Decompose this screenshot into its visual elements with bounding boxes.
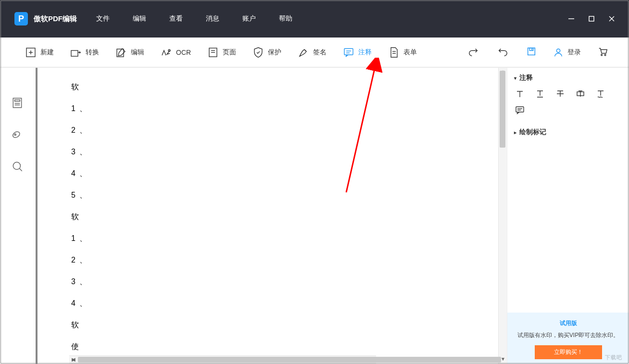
close-button[interactable] (608, 15, 616, 23)
bookmark-icon[interactable] (11, 128, 24, 143)
document-line: 软 (71, 212, 498, 222)
app-logo: P (14, 12, 28, 25)
login-label: 登录 (567, 48, 581, 57)
hscroll-thumb[interactable] (78, 357, 501, 363)
save-button[interactable] (524, 44, 539, 60)
undo-button[interactable] (495, 44, 510, 60)
menu-account[interactable]: 账户 (242, 14, 256, 23)
minimize-button[interactable] (567, 15, 575, 23)
svg-point-23 (604, 54, 606, 56)
document-line: 软 (71, 320, 498, 330)
tool-form[interactable]: 表单 (387, 44, 418, 61)
left-rail (0, 68, 35, 364)
document-line: 2 、 (71, 126, 498, 136)
tool-edit-label: 编辑 (131, 48, 144, 57)
svg-rect-18 (528, 48, 535, 55)
note-icon[interactable] (515, 109, 525, 116)
svg-rect-19 (529, 48, 533, 51)
tool-convert[interactable]: 转换 (69, 44, 100, 61)
svg-rect-13 (344, 49, 353, 55)
document-line: 1 、 (71, 234, 498, 244)
tool-ocr[interactable]: OCR (160, 44, 192, 61)
login-button[interactable]: 登录 (553, 47, 581, 58)
search-icon[interactable] (11, 160, 24, 175)
horizontal-scrollbar[interactable]: ◀ ▶ (69, 355, 376, 364)
tool-page-label: 页面 (223, 48, 236, 57)
document-line: 3 、 (71, 147, 498, 157)
annotation-header[interactable]: ▾ 注释 (514, 74, 622, 82)
svg-rect-7 (71, 50, 78, 56)
buy-button[interactable]: 立即购买！ (535, 345, 602, 359)
thumbnails-icon[interactable] (11, 97, 24, 111)
trial-title: 试用版 (513, 319, 623, 327)
svg-point-21 (556, 49, 560, 52)
draw-section: ▸ 绘制标记 (507, 122, 629, 145)
text-highlight-icon[interactable] (576, 89, 585, 99)
right-panel: ▾ 注释 ▸ 绘制标记 试用版 试用版有水印，购买VIP即可去除水印。 (507, 68, 629, 364)
menu-help[interactable]: 帮助 (279, 14, 292, 23)
tool-new-label: 新建 (40, 48, 54, 57)
draw-header[interactable]: ▸ 绘制标记 (514, 128, 622, 137)
svg-point-9 (168, 50, 170, 51)
main-area: 软1 、2 、3 、4 、5 、软1 、2 、3 、4 、软使 ▲ ▼ ◀ ▶ … (0, 67, 629, 364)
toolbar: 新建 转换 编辑 OCR 页面 保护 签名 注释 表单 登录 (0, 38, 629, 67)
document-canvas[interactable]: 软1 、2 、3 、4 、5 、软1 、2 、3 、4 、软使 (36, 68, 498, 364)
tool-new[interactable]: 新建 (24, 44, 55, 61)
draw-header-label: 绘制标记 (519, 128, 546, 137)
maximize-button[interactable] (588, 15, 595, 23)
tool-page[interactable]: 页面 (206, 44, 237, 61)
menu-view[interactable]: 查看 (169, 14, 183, 23)
vertical-scrollbar[interactable]: ▲ ▼ (498, 68, 507, 364)
document-line: 2 、 (71, 255, 498, 265)
trial-text: 试用版有水印，购买VIP即可去除水印。 (513, 331, 623, 339)
annotation-section: ▾ 注释 (507, 68, 629, 122)
svg-point-30 (13, 162, 20, 169)
menu-message[interactable]: 消息 (206, 14, 219, 23)
text-underline-icon[interactable] (535, 89, 545, 99)
tool-sign[interactable]: 签名 (297, 44, 327, 61)
watermark-text: 下载吧 (605, 354, 622, 361)
svg-line-31 (19, 168, 22, 171)
text-strike-icon[interactable] (555, 89, 565, 99)
document-line: 软 (71, 82, 498, 92)
tool-protect[interactable]: 保护 (252, 44, 282, 61)
annotation-header-label: 注释 (519, 74, 533, 82)
app-title: 傲软PDF编辑 (34, 14, 77, 24)
menu-bar: 文件 编辑 查看 消息 账户 帮助 (96, 14, 292, 23)
svg-rect-33 (516, 107, 524, 112)
comment-row (514, 103, 622, 118)
document-line: 4 、 (71, 299, 498, 309)
document-line: 1 、 (71, 104, 498, 114)
text-plain-icon[interactable] (515, 89, 525, 99)
document-line: 5 、 (71, 190, 498, 201)
svg-rect-1 (589, 16, 594, 21)
tool-form-label: 表单 (403, 48, 417, 57)
tool-annotate-label: 注释 (358, 48, 372, 57)
document-line: 4 、 (71, 169, 498, 179)
menu-edit[interactable]: 编辑 (133, 14, 146, 23)
title-bar: P 傲软PDF编辑 文件 编辑 查看 消息 账户 帮助 (0, 0, 629, 38)
cart-button[interactable] (595, 44, 610, 60)
tool-edit[interactable]: 编辑 (114, 44, 145, 61)
chevron-down-icon: ▾ (514, 75, 516, 81)
svg-point-22 (601, 54, 603, 56)
document-area: 软1 、2 、3 、4 、5 、软1 、2 、3 、4 、软使 ▲ ▼ ◀ ▶ (35, 68, 507, 364)
svg-rect-25 (14, 100, 20, 101)
chevron-right-icon: ▸ (514, 130, 516, 135)
tool-annotate[interactable]: 注释 (342, 44, 373, 61)
tool-protect-label: 保护 (268, 48, 281, 57)
scroll-thumb[interactable] (500, 71, 505, 148)
document-line: 3 、 (71, 277, 498, 287)
svg-point-29 (14, 134, 16, 135)
text-style-row (514, 87, 622, 103)
redo-button[interactable] (466, 44, 481, 60)
tool-sign-label: 签名 (313, 48, 327, 57)
menu-file[interactable]: 文件 (96, 14, 110, 23)
tool-convert-label: 转换 (86, 48, 99, 57)
window-controls (567, 15, 624, 23)
text-squiggly-icon[interactable] (596, 89, 605, 99)
tool-ocr-label: OCR (176, 49, 191, 56)
document-line: 使 (71, 342, 498, 352)
scroll-right-icon[interactable]: ▶ (70, 357, 77, 364)
